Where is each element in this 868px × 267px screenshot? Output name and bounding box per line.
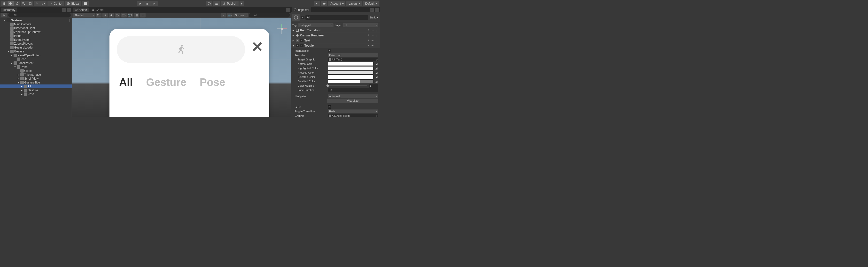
hierarchy-item[interactable]: ▸Gesture [0,88,72,92]
hierarchy-item[interactable]: ▸Pose [0,92,72,96]
text-enabled-checkbox[interactable] [300,39,304,42]
disabled-color-field[interactable] [328,79,373,83]
scene-viewport[interactable]: ✕ All Gesture Pose [72,18,291,117]
move-tool[interactable] [7,1,14,6]
eyedropper-button[interactable]: ◢ [374,62,378,66]
rect-transform-header[interactable]: ▸ Rect Transform ?⇄⋮ [291,28,380,33]
navigation-dropdown[interactable]: Automatic [328,95,378,98]
orientation-gizmo[interactable] [276,23,288,35]
hierarchy-item[interactable]: GestureLoader [0,46,72,50]
publish-dropdown[interactable]: ▾ [240,1,244,6]
camera-count[interactable]: 📷0 [128,13,133,18]
grid-toggle[interactable]: ▦ [134,13,139,18]
layout-dropdown[interactable]: Default [363,1,379,6]
pivot-toggle[interactable]: Center [48,1,64,6]
hierarchy-item[interactable]: ▾Panel [0,65,72,69]
scale-tool[interactable] [21,1,27,6]
inspector-menu[interactable]: ⋮ [375,8,379,12]
hierarchy-item[interactable]: Main Camera [0,22,72,26]
hierarchy-item[interactable]: ZepetoPlayers [0,42,72,46]
scene-menu-button[interactable]: ⋮ [286,8,290,12]
fx-toggle[interactable]: ⬚▾ [115,13,120,18]
space-toggle[interactable]: Global [65,1,82,6]
preset-button[interactable]: ⇄ [371,28,374,32]
toggle-transition-dropdown[interactable]: Fade [328,109,378,113]
layers-dropdown[interactable]: Layers [346,1,362,6]
2d-toggle[interactable]: 2D [96,13,101,18]
ison-checkbox[interactable] [328,105,331,109]
help-button[interactable]: ? [366,28,370,32]
component-menu[interactable]: ⋮ [375,28,379,32]
color-multiplier-input[interactable] [369,84,378,88]
hierarchy-item[interactable]: ▸All [0,84,72,88]
canvas-renderer-header[interactable]: ▸ Canvas Renderer ?⇄⋮ [291,33,380,38]
tag-dropdown[interactable]: Untagged [298,23,334,27]
layer-dropdown[interactable]: UI [343,23,378,27]
visualize-button[interactable]: Visualize [327,99,378,103]
hand-tool[interactable] [1,1,7,6]
hierarchy-item[interactable]: EventSystem [0,38,72,42]
collab-button[interactable] [314,1,320,6]
camera-settings[interactable]: 📹▾ [227,13,232,18]
hierarchy-search[interactable] [8,13,71,18]
server-settings-button[interactable] [213,1,220,6]
panel-lock-button[interactable]: ⬚ [62,8,66,12]
step-button[interactable] [151,1,158,6]
hierarchy-item[interactable]: ▾PanelParent [0,61,72,65]
account-dropdown[interactable]: Account [328,1,345,6]
hierarchy-item[interactable]: Close [0,69,72,73]
game-tab[interactable]: Game [90,7,105,12]
gizmos-dropdown[interactable]: Gizmos [234,13,248,18]
scene-row[interactable]: ▾Gesture⋮ [0,19,72,22]
graphic-field[interactable]: AllCheck (Text) [328,114,378,117]
pressed-color-field[interactable] [328,71,373,75]
world-settings-button[interactable] [206,1,212,6]
hierarchy-item[interactable]: Plane [0,34,72,38]
snap-toggle[interactable] [82,1,89,6]
panel-menu-button[interactable]: ⋮ [67,8,71,12]
custom-tool[interactable] [40,1,46,6]
toggle-script-checkbox[interactable] [300,44,304,47]
hierarchy-item[interactable]: icon [0,57,72,61]
scene-search[interactable] [249,13,290,18]
hierarchy-item[interactable]: ZepetoScriptContext [0,30,72,34]
publish-button[interactable]: Publish [221,1,238,6]
gameobject-name-input[interactable] [305,15,368,20]
normal-color-field[interactable] [328,62,373,66]
cloud-button[interactable] [321,1,327,6]
hierarchy-item[interactable]: ▾Gesture [0,50,72,53]
toggle-component-header[interactable]: ▾ Toggle ?⇄⋮ [291,43,380,48]
grid-options[interactable]: ▾ [140,13,146,18]
audio-toggle[interactable] [109,13,114,18]
hierarchy-item[interactable]: Directional Light [0,26,72,30]
rotate-tool[interactable] [14,1,20,6]
create-dropdown[interactable]: +▾ [1,14,7,17]
target-graphic-field[interactable]: All (Text) [328,57,378,61]
inspector-tab[interactable]: ⓘ Inspector [292,7,311,12]
tool-settings[interactable]: ✕ [221,13,226,18]
hidden-toggle[interactable]: ⬚▾ [121,13,127,18]
inspector-lock[interactable]: ⬚ [370,8,374,12]
hierarchy-item[interactable]: ▾GestureTitle [0,81,72,84]
lighting-toggle[interactable] [102,13,108,18]
shading-mode-dropdown[interactable]: Shaded [73,13,95,18]
fade-duration-input[interactable] [328,88,378,92]
active-checkbox[interactable] [301,16,304,19]
play-button[interactable] [137,1,144,6]
selected-color-field[interactable] [328,75,373,79]
transform-tool[interactable] [34,1,40,6]
color-multiplier-slider[interactable] [328,84,367,88]
hierarchy-tab[interactable]: Hierarchy [1,7,17,12]
interactable-checkbox[interactable] [328,49,331,52]
pause-button[interactable] [144,1,151,6]
scene-tab[interactable]: Scene [73,7,89,12]
gameobject-icon[interactable] [292,14,300,21]
rect-tool[interactable] [27,1,33,6]
hierarchy-item[interactable]: ▾PanelOpenButton [0,53,72,57]
transition-dropdown[interactable]: Color Tint [328,53,378,57]
hierarchy-item[interactable]: ▸Scroll View [0,77,72,81]
toggle-enabled-checkbox[interactable] [296,44,299,47]
highlighted-color-field[interactable] [328,66,373,70]
text-component-header[interactable]: ▸ T Text ?⇄⋮ [291,38,380,43]
hierarchy-item[interactable]: ▸TitleInterface [0,73,72,77]
